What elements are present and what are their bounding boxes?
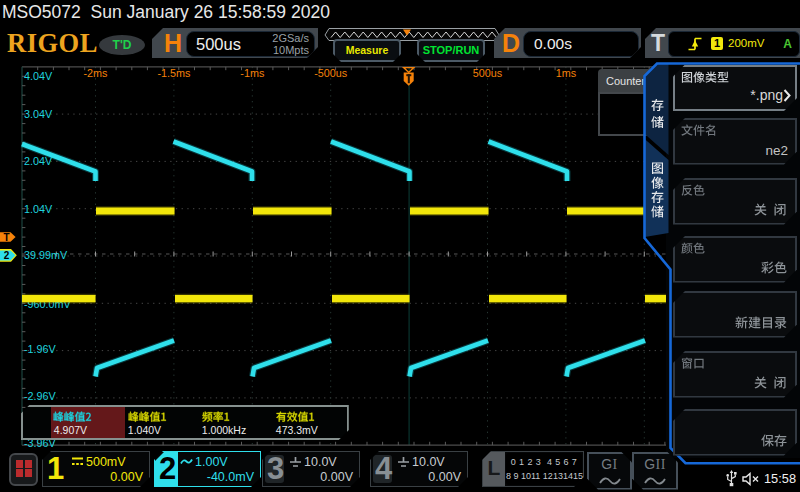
svg-text:1.04V: 1.04V	[24, 203, 53, 215]
svg-text:-1ms: -1ms	[240, 67, 265, 79]
svg-text:1ms: 1ms	[556, 67, 577, 79]
svg-text:-500us: -500us	[314, 67, 348, 79]
svg-text:4.04V: 4.04V	[24, 70, 53, 82]
svg-text:T: T	[4, 232, 10, 243]
svg-text:-1.96V: -1.96V	[24, 343, 57, 355]
svg-text:39.99mV: 39.99mV	[24, 249, 68, 261]
svg-text:-1.5ms: -1.5ms	[157, 67, 191, 79]
svg-text:-2.96V: -2.96V	[24, 390, 57, 402]
svg-text:2: 2	[4, 250, 10, 261]
svg-text:-2ms: -2ms	[84, 67, 109, 79]
svg-text:3.04V: 3.04V	[24, 108, 53, 120]
svg-text:500us: 500us	[473, 67, 503, 79]
